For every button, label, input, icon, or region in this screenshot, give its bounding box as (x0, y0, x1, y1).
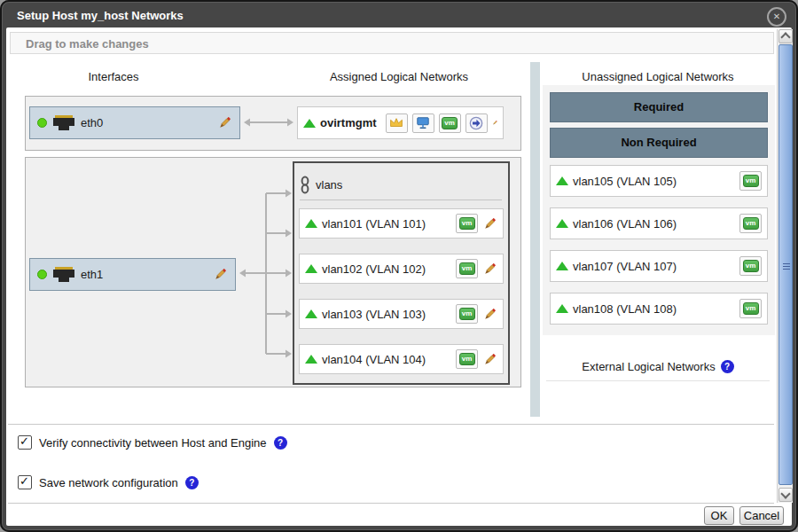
interface-name: eth1 (81, 268, 103, 281)
setup-host-networks-dialog: Setup Host my_host Networks Drag to make… (0, 0, 798, 532)
interface-row-eth1[interactable]: eth1 (29, 258, 236, 291)
vertical-scrollbar[interactable] (777, 29, 793, 503)
network-up-triangle-icon (305, 355, 317, 364)
network-name: vlan102 (VLAN 102) (322, 262, 426, 276)
network-row-vlan105[interactable]: vlan105 (VLAN 105) vm (550, 165, 768, 197)
network-up-triangle-icon (556, 219, 568, 228)
status-up-dot (37, 270, 47, 279)
save-config-option: Save network configuration (18, 475, 199, 489)
network-up-triangle-icon (305, 264, 317, 273)
save-config-label: Save network configuration (39, 476, 178, 489)
interface-row-eth0[interactable]: eth0 (29, 106, 240, 139)
external-networks-divider (546, 380, 770, 381)
edit-pencil-icon[interactable] (492, 115, 497, 130)
vm-network-icon: vm (439, 113, 461, 133)
network-name: vlan103 (VLAN 103) (322, 308, 426, 321)
close-icon[interactable] (767, 7, 786, 27)
vlans-bond-header[interactable]: vlans (300, 169, 502, 200)
vm-network-icon: vm (739, 299, 762, 318)
interface-name: eth0 (81, 116, 103, 129)
drag-hint: Drag to make changes (10, 32, 774, 54)
network-row-vlan107[interactable]: vlan107 (VLAN 107) vm (550, 250, 768, 282)
network-row-ovirtmgmt[interactable]: ovirtmgmt vm (297, 106, 504, 139)
network-up-triangle-icon (305, 219, 317, 228)
required-section-header: Required (550, 92, 768, 122)
vm-network-icon: vm (456, 259, 478, 278)
network-up-triangle-icon (556, 304, 568, 313)
assigned-column-header: Assigned Logical Networks (293, 70, 505, 83)
management-crown-icon (386, 113, 408, 133)
edit-pencil-icon[interactable] (213, 267, 228, 282)
panel-divider (530, 62, 540, 417)
network-name: vlan105 (VLAN 105) (573, 175, 677, 188)
eth0-ovirtmgmt-connector-arrow (243, 114, 294, 130)
ok-button[interactable]: OK (704, 506, 734, 525)
verify-connectivity-option: Verify connectivity between Host and Eng… (18, 435, 287, 450)
nic-icon (52, 266, 75, 283)
footer-divider (8, 503, 774, 504)
dialog-title: Setup Host my_host Networks (17, 9, 184, 22)
content-bottom-divider (8, 424, 774, 425)
network-up-triangle-icon (556, 176, 568, 185)
vm-network-icon: vm (456, 214, 478, 233)
edit-pencil-icon[interactable] (482, 262, 497, 277)
interfaces-column-header: Interfaces (25, 70, 202, 83)
vlans-bond-label: vlans (316, 178, 342, 192)
help-icon[interactable] (274, 436, 287, 450)
network-name: ovirtmgmt (320, 116, 377, 129)
vm-network-icon: vm (739, 214, 762, 233)
edit-pencil-icon[interactable] (482, 307, 497, 322)
network-up-triangle-icon (303, 119, 316, 128)
scrollbar-grip-icon (783, 263, 790, 271)
display-monitor-icon (412, 113, 434, 133)
network-up-triangle-icon (556, 262, 568, 270)
external-networks-header-row: External Logical Networks (546, 360, 770, 373)
network-row-vlan104[interactable]: vlan104 (VLAN 104) vm (299, 344, 504, 374)
network-row-vlan108[interactable]: vlan108 (VLAN 108) vm (550, 293, 768, 325)
nic-icon (52, 114, 75, 131)
network-name: vlan106 (VLAN 106) (573, 217, 677, 231)
external-networks-label: External Logical Networks (582, 360, 715, 373)
network-up-triangle-icon (305, 309, 317, 318)
network-name: vlan108 (VLAN 108) (573, 302, 677, 316)
vm-network-icon: vm (739, 256, 762, 276)
non-required-section-header: Non Required (550, 128, 768, 158)
scroll-down-button[interactable] (778, 488, 793, 502)
unassigned-column-header: Unassigned Logical Networks (546, 70, 770, 83)
cancel-button[interactable]: Cancel (739, 506, 784, 525)
network-name: vlan104 (VLAN 104) (322, 353, 426, 366)
network-name: vlan107 (VLAN 107) (573, 260, 677, 273)
scroll-up-button[interactable] (778, 29, 793, 43)
network-row-vlan103[interactable]: vlan103 (VLAN 103) vm (299, 299, 504, 329)
vm-network-icon: vm (456, 349, 478, 369)
network-row-vlan106[interactable]: vlan106 (VLAN 106) vm (550, 207, 768, 239)
vm-network-icon: vm (739, 171, 762, 191)
eth1-vlans-connector-arrows (236, 177, 294, 364)
vm-network-icon: vm (456, 304, 478, 324)
verify-connectivity-label: Verify connectivity between Host and Eng… (39, 436, 267, 450)
edit-pencil-icon[interactable] (482, 216, 497, 231)
save-config-checkbox[interactable] (18, 475, 32, 489)
status-up-dot (37, 118, 47, 128)
help-icon[interactable] (185, 476, 199, 489)
help-icon[interactable] (721, 360, 734, 373)
chevron-up-icon (780, 32, 790, 42)
scrollbar-thumb[interactable] (778, 44, 793, 485)
network-row-vlan102[interactable]: vlan102 (VLAN 102) vm (299, 254, 504, 284)
edit-pencil-icon[interactable] (217, 115, 232, 130)
verify-connectivity-checkbox[interactable] (18, 435, 32, 450)
edit-pencil-icon[interactable] (482, 352, 497, 367)
network-row-vlan101[interactable]: vlan101 (VLAN 101) vm (299, 208, 504, 239)
chevron-down-icon (780, 489, 790, 498)
migration-icon (466, 113, 488, 133)
chain-link-icon (300, 176, 310, 194)
network-name: vlan101 (VLAN 101) (322, 217, 426, 231)
